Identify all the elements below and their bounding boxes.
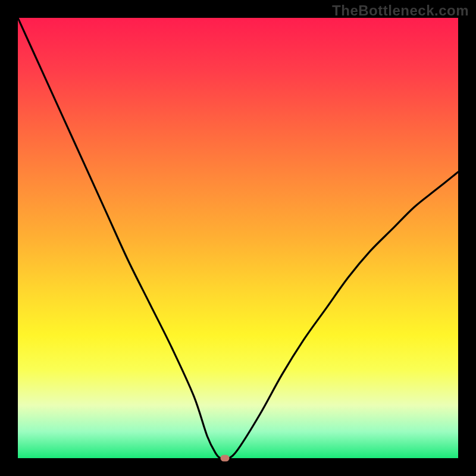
- optimum-marker: [220, 455, 229, 462]
- plot-area: [18, 18, 458, 458]
- watermark-text: TheBottleneck.com: [332, 2, 469, 19]
- chart-frame: TheBottleneck.com: [0, 0, 476, 476]
- bottleneck-curve: [18, 18, 458, 458]
